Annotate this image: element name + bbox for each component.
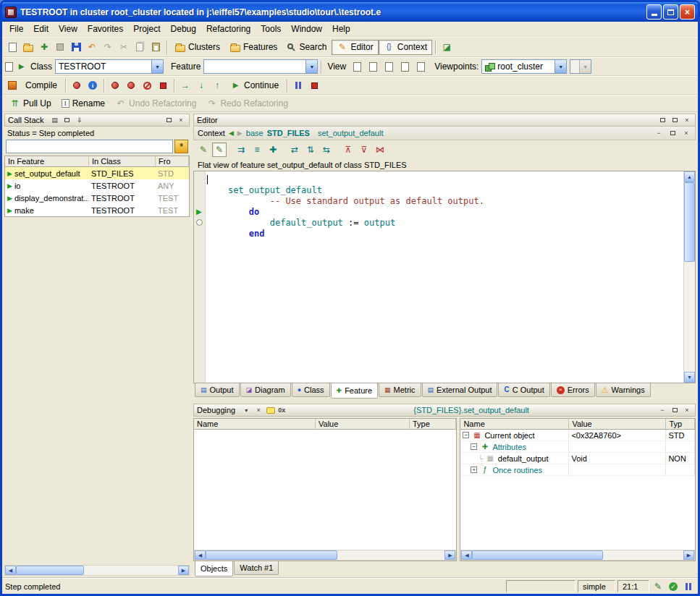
edit-feature-button[interactable]: ✎ <box>196 142 211 157</box>
tab-class[interactable]: ●Class <box>292 383 330 397</box>
close-panel-icon[interactable]: × <box>176 116 186 125</box>
breakpoint-button[interactable] <box>155 78 171 93</box>
view-editor-button[interactable] <box>349 59 365 74</box>
menu-edit[interactable]: Edit <box>28 22 54 35</box>
tree-row[interactable]: └▦default_output Void NON <box>460 453 695 464</box>
breadcrumb-base[interactable]: base <box>246 129 263 137</box>
chevron-down-icon[interactable]: ▼ <box>151 60 163 73</box>
stack-options-button[interactable]: * <box>174 140 188 153</box>
scrollbar-track[interactable] <box>472 550 683 560</box>
close-panel-icon[interactable]: × <box>681 129 691 138</box>
editor-toggle-button[interactable]: ✎ Editor <box>332 40 378 55</box>
open-button[interactable] <box>20 40 36 55</box>
collapse-icon[interactable]: − <box>463 432 469 438</box>
maximize-panel-icon[interactable] <box>164 116 174 125</box>
table-row[interactable]: ▶make TESTROOT TEST <box>5 204 189 216</box>
compile-state-button[interactable]: ✓ <box>667 580 680 592</box>
melt-button[interactable] <box>4 78 20 93</box>
watch-hscrollbar[interactable]: ◀ ▶ <box>194 550 456 561</box>
tab-diagram[interactable]: ◪Diagram <box>240 383 291 397</box>
features-button[interactable]: Features <box>225 40 282 55</box>
float-panel-icon[interactable] <box>62 116 72 125</box>
close-button[interactable]: × <box>680 4 695 20</box>
editor-vscrollbar[interactable]: ▲ ▼ <box>683 171 695 383</box>
minimize-button[interactable] <box>646 4 662 20</box>
viewpoints-combo[interactable]: root_cluster ▼ <box>481 59 567 74</box>
tree-row[interactable]: −▦Current object <0x32A8760> STD <box>460 430 695 441</box>
save-call-stack-icon[interactable]: ▤ <box>50 116 60 125</box>
column-header[interactable]: Name <box>194 419 316 430</box>
tab-feature[interactable]: ✚Feature <box>331 383 378 399</box>
pause-button[interactable] <box>290 78 306 93</box>
table-row[interactable]: ▶display_demonstrat... TESTROOT TEST <box>5 192 189 204</box>
scrollbar-thumb[interactable] <box>472 550 603 560</box>
maximize-panel-icon[interactable] <box>667 129 678 138</box>
scroll-up-icon[interactable]: ▲ <box>684 171 695 182</box>
minimize-panel-icon[interactable]: − <box>657 406 667 415</box>
step-into-button[interactable]: ↓ <box>193 78 209 93</box>
new-document-button[interactable] <box>4 40 20 55</box>
descendants-button[interactable]: ⇅ <box>303 142 318 157</box>
tree-row[interactable]: −✚Attributes <box>460 441 695 453</box>
callees-button[interactable]: ⊽ <box>357 142 371 157</box>
clusters-button[interactable]: Clusters <box>170 40 225 55</box>
expand-icon[interactable]: + <box>471 467 477 473</box>
column-header[interactable]: Typ <box>666 419 695 430</box>
tab-output[interactable]: ▤Output <box>195 383 240 397</box>
ignore-breakpoints-button[interactable] <box>139 78 155 93</box>
menu-view[interactable]: View <box>54 22 83 35</box>
breadcrumb-feature[interactable]: set_output_default <box>318 129 384 137</box>
step-over-button[interactable]: → <box>177 78 193 93</box>
clear-debug-icon[interactable]: × <box>253 406 263 415</box>
tab-warnings[interactable]: ⚠Warnings <box>596 383 651 397</box>
flat-view-button[interactable]: ✚ <box>266 142 280 157</box>
system-info-button[interactable]: i <box>85 78 101 93</box>
collapse-icon[interactable]: − <box>471 443 477 450</box>
mode-indicator-button[interactable] <box>682 580 695 592</box>
save-button[interactable] <box>68 40 84 55</box>
editor-gutter[interactable]: ▶ <box>194 171 206 383</box>
search-button[interactable]: Search <box>282 40 332 55</box>
redo-button[interactable]: ↷ <box>100 40 116 55</box>
continue-button[interactable]: ▶ Continue <box>225 78 284 93</box>
tab-external-output[interactable]: ▤External Output <box>422 383 498 397</box>
cut-button[interactable]: ✂ <box>116 40 132 55</box>
scroll-right-icon[interactable]: ▶ <box>683 550 694 560</box>
chevron-down-icon[interactable]: ▼ <box>305 60 317 73</box>
debug-run-button[interactable] <box>107 78 123 93</box>
scroll-right-icon[interactable]: ▶ <box>444 550 455 560</box>
exception-bubble-icon[interactable] <box>266 406 276 415</box>
table-row[interactable]: ▶set_output_default STD_FILES STD <box>5 167 189 179</box>
scroll-left-icon[interactable]: ◀ <box>461 550 472 560</box>
breakpoint-slot-icon[interactable] <box>196 219 203 226</box>
menu-help[interactable]: Help <box>327 22 355 35</box>
scroll-right-icon[interactable]: ▶ <box>178 566 189 575</box>
column-header[interactable]: In Class <box>89 156 156 167</box>
tab-metric[interactable]: ▦Metric <box>379 383 421 397</box>
column-header[interactable]: Value <box>569 419 666 430</box>
copy-button[interactable] <box>132 40 148 55</box>
call-stack-hscrollbar[interactable]: ◀ ▶ <box>4 565 190 576</box>
context-toggle-button[interactable]: {} Context <box>379 40 432 55</box>
view-flat-button[interactable] <box>381 59 397 74</box>
stop-button[interactable] <box>306 78 322 93</box>
history-forward-icon[interactable]: ▶ <box>237 129 243 137</box>
edit-flat-button[interactable]: ✎ <box>212 142 227 157</box>
menu-refactoring[interactable]: Refactoring <box>201 22 256 35</box>
scroll-down-icon[interactable]: ▼ <box>684 372 695 383</box>
debug-attach-button[interactable] <box>123 78 139 93</box>
tab-watch-1[interactable]: Watch #1 <box>234 561 279 575</box>
view-contract-button[interactable] <box>397 59 413 74</box>
scrollbar-thumb[interactable] <box>206 550 337 560</box>
table-row[interactable]: ▶io TESTROOT ANY <box>5 179 189 192</box>
tab-objects[interactable]: Objects <box>195 561 233 576</box>
menu-project[interactable]: Project <box>128 22 165 35</box>
scrollbar-track[interactable] <box>206 550 444 560</box>
scrollbar-thumb[interactable] <box>16 566 84 575</box>
column-header[interactable]: Value <box>316 419 410 430</box>
hex-toggle-button[interactable]: 0x <box>278 406 285 415</box>
tab-errors[interactable]: ×Errors <box>551 383 595 397</box>
float-panel-icon[interactable] <box>657 116 667 125</box>
code-editor[interactable]: set_output_default -- Use standard outpu… <box>206 171 683 383</box>
compile-button[interactable]: Compile <box>20 78 62 93</box>
